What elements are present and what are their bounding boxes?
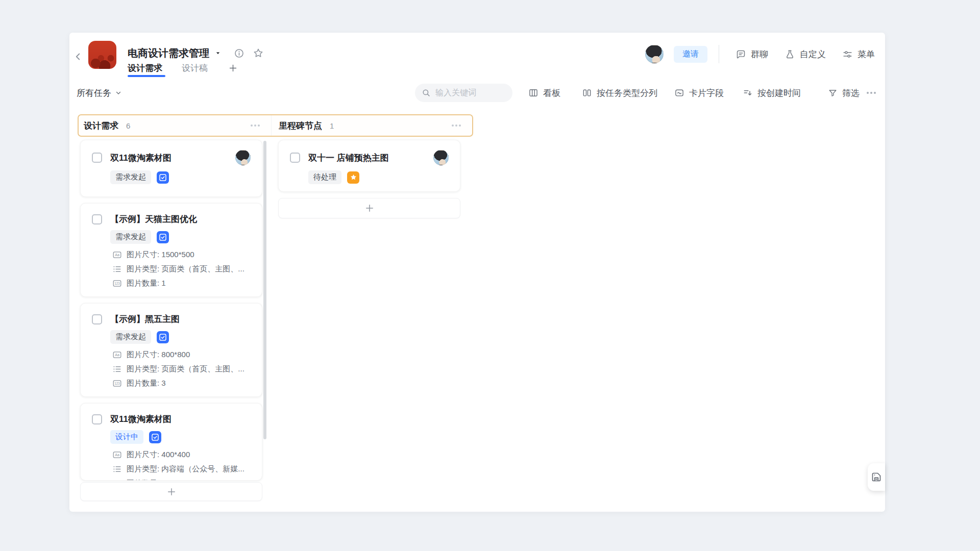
text-type-icon: Aa xyxy=(112,250,122,260)
svg-text:Aa: Aa xyxy=(115,353,119,357)
chat-bubble-icon xyxy=(736,49,746,60)
user-avatar[interactable] xyxy=(645,45,664,63)
view-board-button[interactable]: 看板 xyxy=(528,84,560,102)
tab-design-requirements[interactable]: 设计需求 xyxy=(128,62,162,74)
list-type-icon xyxy=(112,264,122,274)
card-field-icon xyxy=(674,88,684,98)
number-type-icon: 123 xyxy=(112,379,122,388)
info-icon[interactable] xyxy=(234,48,244,59)
star-badge-icon[interactable] xyxy=(347,171,359,184)
approval-check-icon[interactable] xyxy=(149,431,161,443)
column-count: 6 xyxy=(126,121,130,130)
project-cover-image xyxy=(88,41,116,69)
task-card[interactable]: 双十一 店铺预热主图 待处理 xyxy=(278,140,460,192)
flask-icon xyxy=(785,49,795,60)
add-tab-button[interactable] xyxy=(228,63,238,73)
customize-button[interactable]: 自定义 xyxy=(785,48,826,60)
card-field: 图片类型: 页面类（首页、主图、... xyxy=(112,262,251,276)
filter-button[interactable]: 筛选 xyxy=(828,84,860,102)
column-header-milestone[interactable]: 里程碑节点 1 xyxy=(271,115,472,136)
column-scrollbar[interactable] xyxy=(263,141,266,439)
sliders-icon xyxy=(842,49,853,60)
plus-icon xyxy=(364,203,375,213)
card-field: 123 图片数量: 1 xyxy=(112,276,251,290)
add-card-button[interactable] xyxy=(80,482,262,501)
task-checkbox[interactable] xyxy=(92,153,102,163)
funnel-icon xyxy=(828,88,838,98)
approval-check-icon[interactable] xyxy=(157,171,169,184)
tab-design-drafts[interactable]: 设计稿 xyxy=(182,62,208,74)
group-by-button[interactable]: 按任务类型分列 xyxy=(582,84,657,102)
task-checkbox[interactable] xyxy=(290,153,300,163)
svg-text:Aa: Aa xyxy=(115,453,119,457)
menu-button[interactable]: 菜单 xyxy=(842,48,875,60)
card-field: Aa 图片尺寸: 400*400 xyxy=(112,447,251,462)
svg-text:Aa: Aa xyxy=(115,253,119,257)
save-floppy-icon xyxy=(870,471,883,483)
svg-text:123: 123 xyxy=(114,382,120,385)
caret-down-icon[interactable] xyxy=(214,49,222,57)
task-checkbox[interactable] xyxy=(92,214,102,224)
task-checkbox[interactable] xyxy=(92,314,102,324)
list-type-icon xyxy=(112,464,122,474)
status-tag[interactable]: 需求发起 xyxy=(110,330,151,344)
app-window: 电商设计需求管理 设计需求 设计稿 邀请 群聊 xyxy=(69,33,885,512)
task-card[interactable]: 双11微淘素材图 设计中 Aa 图片尺寸: 400*400 图片类型: 内容端（… xyxy=(80,403,262,481)
sort-by-button[interactable]: 按创建时间 xyxy=(743,84,801,102)
chevron-down-icon xyxy=(115,89,122,96)
active-tab-underline xyxy=(128,75,165,77)
card-field: Aa 图片尺寸: 800*800 xyxy=(112,347,251,362)
more-dots-icon xyxy=(867,92,876,94)
text-type-icon: Aa xyxy=(112,350,122,360)
number-type-icon: 123 xyxy=(112,479,122,481)
column-more-icon[interactable] xyxy=(251,124,260,127)
task-card[interactable]: 【示例】天猫主图优化 需求发起 Aa 图片尺寸: 1500*500 图片类型: … xyxy=(80,203,262,297)
column-more-icon[interactable] xyxy=(452,124,461,127)
card-field: 图片类型: 内容端（公众号、新媒... xyxy=(112,462,251,476)
task-scope-dropdown[interactable]: 所有任务 xyxy=(77,84,122,102)
plus-icon xyxy=(166,487,177,497)
task-checkbox[interactable] xyxy=(92,414,102,424)
card-field: Aa 图片尺寸: 1500*500 xyxy=(112,247,251,262)
card-field: 123 图片数量: 3 xyxy=(112,376,251,390)
assignee-avatar[interactable] xyxy=(433,150,449,165)
card-field: 123 图片数量: xyxy=(112,476,251,481)
kanban-icon xyxy=(528,88,538,98)
star-icon[interactable] xyxy=(253,47,264,59)
header-divider xyxy=(719,45,719,63)
svg-text:123: 123 xyxy=(114,282,120,285)
task-card[interactable]: 双11微淘素材图 需求发起 xyxy=(80,140,262,197)
invite-button[interactable]: 邀请 xyxy=(674,46,707,63)
task-card[interactable]: 【示例】黑五主图 需求发起 Aa 图片尺寸: 800*800 图片类型: 页面类… xyxy=(80,303,262,397)
list-type-icon xyxy=(112,364,122,374)
status-tag[interactable]: 需求发起 xyxy=(110,170,151,184)
assignee-avatar[interactable] xyxy=(235,150,251,165)
status-tag[interactable]: 设计中 xyxy=(110,430,143,444)
chevron-left-icon xyxy=(72,51,84,62)
status-tag[interactable]: 需求发起 xyxy=(110,230,151,244)
status-tag[interactable]: 待处理 xyxy=(308,170,341,184)
page-title: 电商设计需求管理 xyxy=(128,46,209,60)
column-headers-band: 设计需求 6 里程碑节点 1 xyxy=(78,114,473,137)
card-field: 图片类型: 页面类（首页、主图、... xyxy=(112,362,251,376)
add-card-button[interactable] xyxy=(278,198,460,218)
toolbar-more-button[interactable] xyxy=(864,84,879,102)
search-box xyxy=(415,84,512,102)
search-input[interactable] xyxy=(415,84,512,102)
split-columns-icon xyxy=(582,88,592,98)
group-chat-button[interactable]: 群聊 xyxy=(736,48,768,60)
back-button[interactable] xyxy=(70,49,86,64)
column-header-design-requirements[interactable]: 设计需求 6 xyxy=(79,115,271,136)
card-fields-button[interactable]: 卡片字段 xyxy=(674,84,724,102)
approval-check-icon[interactable] xyxy=(157,331,169,343)
sort-desc-icon xyxy=(743,88,753,98)
column-count: 1 xyxy=(330,121,334,130)
number-type-icon: 123 xyxy=(112,279,122,288)
save-template-fab[interactable] xyxy=(868,463,885,491)
text-type-icon: Aa xyxy=(112,450,122,460)
approval-check-icon[interactable] xyxy=(157,231,169,243)
